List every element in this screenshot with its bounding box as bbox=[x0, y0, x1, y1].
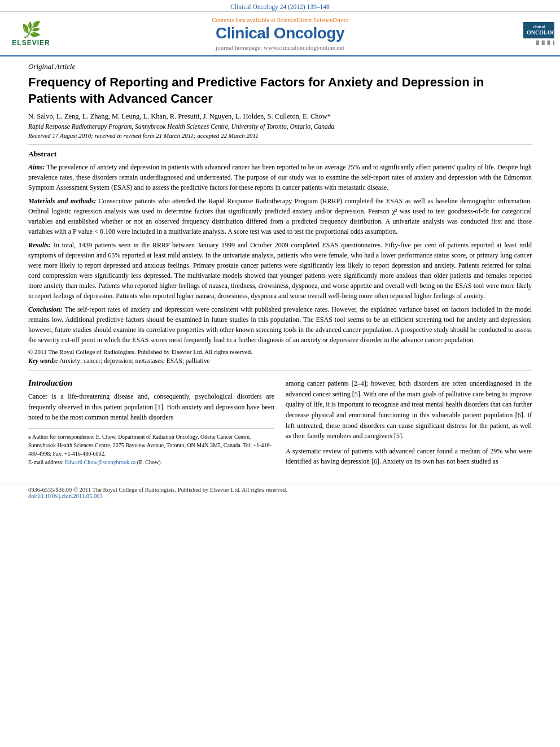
journal-logo-box: clinical ONCOLOGY bbox=[523, 22, 554, 38]
bottom-issn: 0936-6555/$36.00 © 2011 The Royal Colleg… bbox=[28, 487, 532, 493]
journal-top-bar: Clinical Oncology 24 (2012) 139–148 bbox=[0, 0, 560, 12]
methods-text: Consecutive patients who attended the Ra… bbox=[28, 197, 532, 235]
copyright-line: © 2011 The Royal College of Radiologists… bbox=[28, 348, 532, 355]
aims-text: The prevalence of anxiety and depression… bbox=[28, 163, 532, 191]
journal-header-right: clinical ONCOLOGY ▐▌▐▌▐▌▐ bbox=[504, 22, 554, 45]
elsevier-name: ELSEVIER bbox=[12, 39, 50, 47]
article-authors: N. Salvo, L. Zeng, L. Zhang, M. Leung, L… bbox=[28, 112, 532, 121]
elsevier-logo: 🌿 ELSEVIER bbox=[6, 20, 56, 47]
journal-header-center: Contents lists available at ScienceDirec… bbox=[56, 16, 504, 51]
journal-citation: Clinical Oncology 24 (2012) 139–148 bbox=[230, 3, 330, 10]
footnote-email-note: (E. Chow). bbox=[137, 459, 162, 465]
aims-label: Aims: bbox=[28, 163, 45, 171]
article-dates: Received 17 August 2010; received in rev… bbox=[28, 132, 532, 139]
sciencedirect-highlight: ScienceDirect bbox=[313, 16, 348, 23]
footnote-author: ⁎ Author for correspondence: E. Chow, De… bbox=[28, 433, 274, 458]
intro-p1-left: Cancer is a life-threatening disease and… bbox=[28, 391, 274, 423]
elsevier-tree-icon: 🌿 bbox=[21, 20, 41, 39]
keywords-text: Anxiety; cancer; depression; metastases;… bbox=[59, 357, 210, 364]
keywords-label: Key words: bbox=[28, 357, 58, 364]
footnote-email: Edward.Chow@sunnybrook.ca bbox=[65, 459, 135, 465]
article-title: Frequency of Reporting and Predictive Fa… bbox=[28, 75, 532, 107]
divider-below-abstract bbox=[28, 370, 532, 370]
journal-header: 🌿 ELSEVIER Contents lists available at S… bbox=[0, 12, 560, 56]
divider-above-abstract bbox=[28, 145, 532, 145]
methods-label: Materials and methods: bbox=[28, 197, 96, 205]
article-type: Original Article bbox=[28, 62, 532, 71]
logo-oncology: ONCOLOGY bbox=[527, 29, 551, 36]
sciencedirect-link: Contents lists available at ScienceDirec… bbox=[56, 16, 504, 23]
abstract-methods: Materials and methods: Consecutive patie… bbox=[28, 196, 532, 237]
col-left: Introduction Cancer is a life-threatenin… bbox=[28, 378, 274, 471]
conclusion-text: The self-report rates of anxiety and dep… bbox=[28, 305, 532, 344]
article-affiliation: Rapid Response Radiotherapy Program, Sun… bbox=[28, 123, 532, 130]
abstract-aims: Aims: The prevalence of anxiety and depr… bbox=[28, 162, 532, 193]
journal-title: Clinical Oncology bbox=[56, 24, 504, 42]
col-right: among cancer patients [2–4]; however, bo… bbox=[286, 378, 532, 471]
barcode-area: ▐▌▐▌▐▌▐ bbox=[535, 41, 554, 45]
article-content: Original Article Frequency of Reporting … bbox=[0, 56, 560, 483]
intro-p2-right: A systematic review of patients with adv… bbox=[286, 446, 532, 467]
logo-clinical: clinical bbox=[527, 24, 551, 29]
elsevier-logo-area: 🌿 ELSEVIER bbox=[6, 20, 56, 47]
bottom-bar: 0936-6555/$36.00 © 2011 The Royal Colleg… bbox=[0, 483, 560, 503]
abstract-title: Abstract bbox=[28, 150, 532, 159]
abstract-section: Abstract Aims: The prevalence of anxiety… bbox=[28, 150, 532, 364]
abstract-conclusion: Conclusion: The self-report rates of anx… bbox=[28, 304, 532, 345]
results-text: In total, 1439 patients seen in the RRRP… bbox=[28, 241, 532, 300]
abstract-results: Results: In total, 1439 patients seen in… bbox=[28, 240, 532, 301]
keywords-line: Key words: Anxiety; cancer; depression; … bbox=[28, 357, 532, 364]
footnote-section: ⁎ Author for correspondence: E. Chow, De… bbox=[28, 429, 274, 466]
results-label: Results: bbox=[28, 241, 51, 249]
intro-p1-right: among cancer patients [2–4]; however, bo… bbox=[286, 378, 532, 442]
two-col-intro: Introduction Cancer is a life-threatenin… bbox=[28, 378, 532, 471]
conclusion-label: Conclusion: bbox=[28, 305, 63, 313]
bottom-doi: doi:10.1016/j.clon.2011.05.003 bbox=[28, 493, 532, 499]
page-wrapper: Clinical Oncology 24 (2012) 139–148 🌿 EL… bbox=[0, 0, 560, 747]
journal-homepage: journal homepage: www.clinicaloncologyon… bbox=[56, 44, 504, 51]
footnote-email-line: E-mail address: Edward.Chow@sunnybrook.c… bbox=[28, 458, 274, 466]
intro-heading: Introduction bbox=[28, 378, 274, 388]
